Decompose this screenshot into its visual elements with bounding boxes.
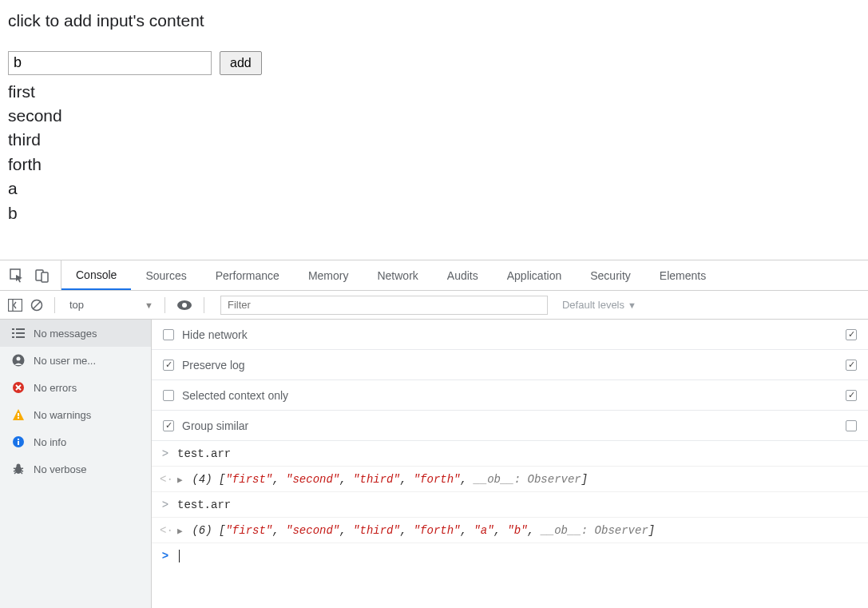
- checkbox[interactable]: [846, 329, 857, 340]
- option-label: Preserve log: [182, 359, 245, 372]
- console-line[interactable]: >test.arr: [152, 492, 868, 518]
- sidebar-item-warning[interactable]: No warnings: [0, 401, 151, 428]
- list-item: b: [8, 201, 860, 225]
- option-row: Preserve log: [152, 350, 868, 380]
- sidebar-item-bug[interactable]: No verbose: [0, 455, 151, 483]
- checkbox[interactable]: [846, 390, 857, 401]
- error-icon: [11, 380, 26, 395]
- console-line[interactable]: <·▶ (4) ["first", "second", "third", "fo…: [152, 467, 868, 492]
- checkbox[interactable]: [846, 420, 857, 431]
- chevron-down-icon: ▼: [628, 300, 636, 310]
- svg-rect-3: [9, 299, 22, 311]
- sidebar-item-label: No messages: [34, 328, 97, 340]
- page-title: click to add input's content: [8, 8, 860, 34]
- eye-icon[interactable]: [176, 300, 192, 311]
- svg-line-30: [21, 472, 22, 474]
- console-options: Hide networkPreserve logSelected context…: [152, 320, 868, 441]
- separator: [204, 297, 204, 313]
- list-item: a: [8, 177, 860, 201]
- devtools-panel: ConsoleSourcesPerformanceMemoryNetworkAu…: [0, 260, 868, 608]
- sidebar-item-label: No errors: [34, 382, 77, 394]
- sidebar-item-user[interactable]: No user me...: [0, 347, 151, 374]
- console-line[interactable]: <·▶ (6) ["first", "second", "third", "fo…: [152, 518, 868, 543]
- cursor: [179, 550, 180, 562]
- option-row: Hide network: [152, 320, 868, 350]
- tab-sources[interactable]: Sources: [131, 260, 200, 290]
- sidebar-toggle-icon[interactable]: [8, 299, 22, 312]
- sidebar-item-list[interactable]: No messages: [0, 320, 151, 347]
- console-gutter: >: [160, 499, 171, 511]
- context-label: top: [69, 299, 84, 311]
- checkbox[interactable]: [163, 390, 174, 401]
- checkbox[interactable]: [163, 329, 174, 340]
- item-input[interactable]: [8, 51, 212, 75]
- svg-rect-22: [18, 439, 19, 440]
- prompt-icon: >: [160, 550, 171, 562]
- list-item: first: [8, 80, 860, 104]
- checkbox[interactable]: [163, 360, 174, 371]
- sidebar-item-info[interactable]: No info: [0, 428, 151, 455]
- console-gutter: <·: [160, 473, 171, 486]
- tab-audits[interactable]: Audits: [433, 260, 493, 290]
- separator: [164, 297, 165, 313]
- option-row: Selected context only: [152, 380, 868, 411]
- list-item: second: [8, 104, 860, 128]
- devtools-body: No messagesNo user me...No errorsNo warn…: [0, 320, 868, 608]
- levels-label: Default levels: [562, 299, 624, 311]
- checkbox[interactable]: [163, 420, 174, 431]
- console-prompt[interactable]: >: [152, 543, 868, 569]
- warning-icon: [11, 407, 26, 422]
- sidebar-item-error[interactable]: No errors: [0, 374, 151, 401]
- devtools-tabstrip: ConsoleSourcesPerformanceMemoryNetworkAu…: [0, 260, 868, 291]
- list-icon: [11, 326, 26, 340]
- console-gutter: <·: [160, 524, 171, 537]
- option-row: Group similar: [152, 411, 868, 441]
- user-icon: [11, 353, 26, 368]
- console-content: ▶ (4) ["first", "second", "third", "fort…: [177, 473, 588, 486]
- log-levels-selector[interactable]: Default levels ▼: [562, 299, 636, 311]
- separator: [54, 297, 55, 313]
- svg-point-8: [182, 303, 187, 308]
- console-toolbar: top ▼ Default levels ▼: [0, 291, 868, 320]
- chevron-down-icon: ▼: [145, 300, 153, 310]
- tab-performance[interactable]: Performance: [201, 260, 294, 290]
- svg-line-29: [14, 472, 16, 474]
- svg-rect-2: [42, 272, 48, 282]
- list-item: forth: [8, 153, 860, 177]
- svg-point-16: [17, 357, 21, 361]
- svg-line-27: [14, 471, 16, 471]
- sidebar-item-label: No info: [34, 436, 66, 448]
- devtools-tab-icons: [0, 260, 61, 290]
- tab-application[interactable]: Application: [493, 260, 577, 290]
- tab-console[interactable]: Console: [61, 260, 131, 290]
- filter-input[interactable]: [220, 296, 548, 315]
- console-gutter: >: [160, 447, 171, 460]
- svg-rect-18: [18, 413, 19, 416]
- svg-point-24: [17, 464, 21, 468]
- checkbox[interactable]: [846, 360, 857, 371]
- sidebar-item-label: No user me...: [34, 355, 96, 367]
- console-main: Hide networkPreserve logSelected context…: [152, 320, 868, 608]
- svg-line-26: [21, 468, 23, 469]
- console-line[interactable]: >test.arr: [152, 441, 868, 467]
- device-icon[interactable]: [35, 268, 50, 283]
- svg-line-28: [21, 471, 23, 471]
- inspect-icon[interactable]: [10, 268, 24, 283]
- console-output: >test.arr<·▶ (4) ["first", "second", "th…: [152, 441, 868, 569]
- tab-elements[interactable]: Elements: [645, 260, 720, 290]
- clear-console-icon[interactable]: [30, 299, 43, 312]
- list-item: third: [8, 128, 860, 152]
- option-label: Group similar: [182, 419, 248, 432]
- console-sidebar: No messagesNo user me...No errorsNo warn…: [0, 320, 152, 608]
- tab-security[interactable]: Security: [576, 260, 645, 290]
- console-content: test.arr: [177, 447, 231, 460]
- tab-memory[interactable]: Memory: [294, 260, 363, 290]
- context-selector[interactable]: top ▼: [66, 299, 153, 311]
- tab-network[interactable]: Network: [363, 260, 432, 290]
- form-row: add: [8, 51, 860, 75]
- option-label: Hide network: [182, 328, 248, 341]
- console-content: ▶ (6) ["first", "second", "third", "fort…: [177, 524, 655, 537]
- svg-line-6: [34, 301, 41, 308]
- add-button[interactable]: add: [220, 51, 262, 75]
- bug-icon: [11, 462, 26, 476]
